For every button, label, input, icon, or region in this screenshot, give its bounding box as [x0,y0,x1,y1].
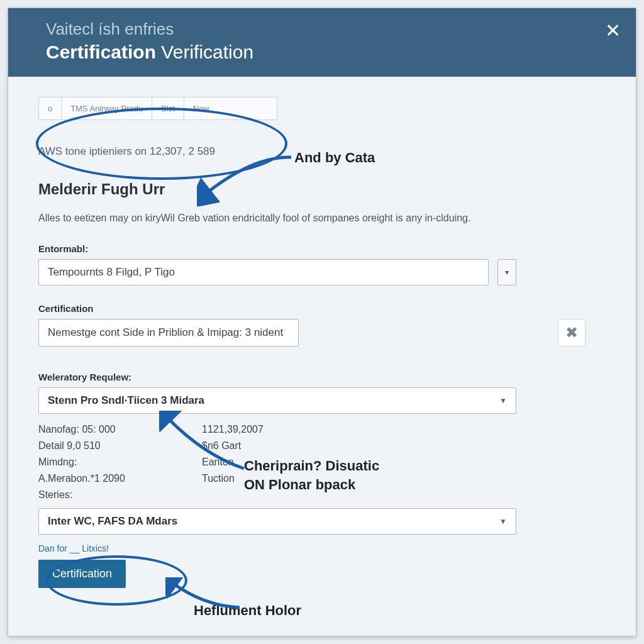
tab-strip: o TMS Anirway Produ Blct Now [38,97,277,120]
field2-label: Certification [38,303,606,314]
close-icon[interactable]: ✕ [605,19,621,42]
select1-value: Stenn Pro Sndl·Tiicen 3 Midara [48,394,204,407]
detail-label: A.Merabon.*1 2090 [38,473,202,484]
tab-item-0[interactable]: o [39,97,62,119]
field1-label: Entormabl: [38,243,606,254]
select2[interactable]: Inter WC, FAFS DA Mdars ▼ [38,508,516,535]
detail-value: $n6 Gart [202,440,241,452]
chevron-down-icon: ▼ [499,517,507,526]
select1[interactable]: Stenn Pro Sndl·Tiicen 3 Midara ▼ [38,387,516,414]
tab-item-1[interactable]: TMS Anirway Produ [62,97,152,119]
detail-row: Nanofag: 05: 0001121,39,2007 [38,421,516,438]
detail-label: Steries: [38,489,202,501]
title-bold: Certification [46,42,156,62]
field2-input[interactable] [38,319,299,347]
detail-label: Nanofag: 05: 000 [38,424,202,435]
detail-label: Detail 9,0 510 [38,440,202,452]
detail-value: 1121,39,2007 [202,424,264,435]
field2-row: ✖ [38,319,586,347]
detail-row: A.Merabon.*1 2090Tuction [38,470,516,487]
dialog-window: Vaitecl ísh enfries Certification Verifi… [8,8,636,636]
detail-row: Detail 9,0 510$n6 Gart [38,438,516,454]
field1-dropdown-toggle[interactable]: ▾ [497,259,516,286]
tab-item-2[interactable]: Blct [152,97,184,119]
field1-row: ▾ [38,259,516,286]
close-icon: ✖ [565,324,578,341]
description: Alles to eetizen may on kiryWil Greb vat… [38,211,606,226]
chevron-down-icon: ▾ [505,268,509,277]
tab-item-3[interactable]: Now [184,97,218,119]
detail-value: Eanton [202,457,234,468]
detail-label: Mimdng: [38,457,202,468]
help-link[interactable]: Dan for __ Litxics! [38,543,606,553]
detail-row: Steries: [38,487,516,503]
subtitle: Vaitecl ísh enfries [46,19,598,39]
select2-value: Inter WC, FAFS DA Mdars [48,515,177,528]
field1-input[interactable] [38,259,489,286]
chevron-down-icon: ▼ [499,396,507,405]
details-grid: Nanofag: 05: 0001121,39,2007 Detail 9,0 … [38,421,516,503]
detail-row: Mimdng:Eanton [38,454,516,470]
titlebar: Vaitecl ísh enfries Certification Verifi… [8,8,636,77]
remove-button[interactable]: ✖ [558,319,586,347]
info-line: AWS tone iptieniers on 12,307, 2 589 [38,145,606,158]
title: Certification Verification [46,42,598,63]
title-rest: Verification [156,42,253,62]
section-heading: Melderir Fugh Urr [38,180,606,198]
select1-label: Weleratory Requlew: [38,372,606,382]
detail-value: Tuction [202,473,235,484]
dialog-body: o TMS Anirway Produ Blct Now AWS tone ip… [8,77,636,618]
certification-button[interactable]: Certification [38,560,126,588]
